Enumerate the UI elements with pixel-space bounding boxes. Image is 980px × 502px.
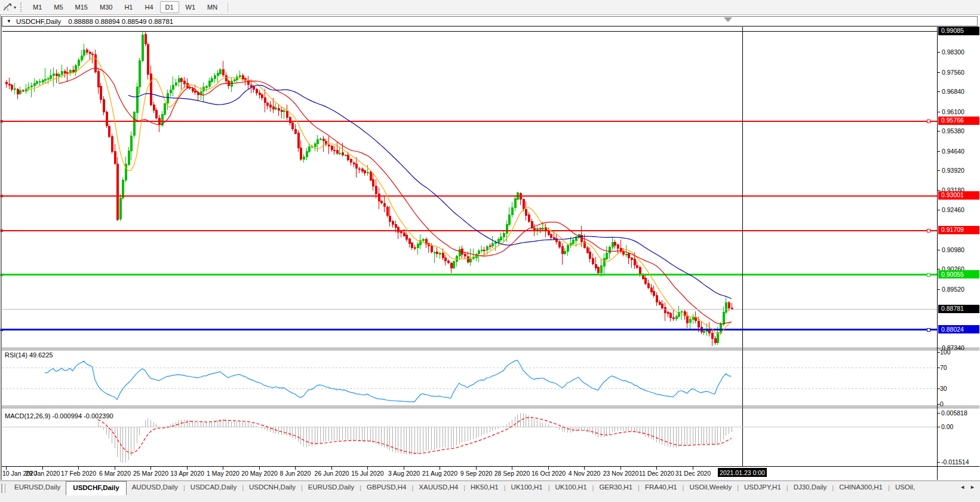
trading-platform-window: ▾ M1M5M15M30H1H4D1W1MN 0.983000.975600.9… xyxy=(0,0,980,502)
chart-tab-usoil-weekly-13[interactable]: USOil,Weekly xyxy=(684,481,737,494)
chart-tab-audusd-daily-2[interactable]: AUDUSD,Daily xyxy=(127,481,183,494)
chart-canvas[interactable]: 0.983000.975600.968400.961000.953800.946… xyxy=(0,0,980,480)
svg-text:MACD(12,26,9) -0.000994 -0.002: MACD(12,26,9) -0.000994 -0.002390 xyxy=(5,412,113,420)
svg-text:20 May 2020: 20 May 2020 xyxy=(241,470,278,477)
svg-text:28 Sep 2020: 28 Sep 2020 xyxy=(494,470,530,477)
svg-text:17 Feb 2020: 17 Feb 2020 xyxy=(61,470,96,477)
rsi-panel: 10070300RSI(14) 49.6225 xyxy=(2,348,951,408)
svg-text:23 Nov 2020: 23 Nov 2020 xyxy=(603,470,639,477)
svg-text:0.94640: 0.94640 xyxy=(942,148,964,155)
svg-text:0.90980: 0.90980 xyxy=(942,246,964,253)
svg-text:100: 100 xyxy=(940,348,951,356)
svg-text:-0.011514: -0.011514 xyxy=(941,458,969,466)
svg-text:0.96840: 0.96840 xyxy=(942,88,964,95)
chart-tab-gbpusd-h4-6[interactable]: GBPUSD,H4 xyxy=(361,481,411,494)
svg-text:0.88781: 0.88781 xyxy=(941,305,964,312)
chart-tab-uk100-h1-9[interactable]: UK100,H1 xyxy=(506,481,548,494)
svg-text:0.89520: 0.89520 xyxy=(942,286,964,293)
chart-tab-eurusd-daily-5[interactable]: EURUSD,Daily xyxy=(303,481,360,494)
collapse-arrow-icon[interactable]: ▼ xyxy=(7,19,11,24)
chart-shift-marker-icon[interactable] xyxy=(724,17,732,22)
svg-text:9 Sep 2020: 9 Sep 2020 xyxy=(460,470,493,477)
chart-tab-usdchf-daily-1[interactable]: USDCHF,Daily xyxy=(66,481,126,495)
chart-tab-ger30-h1-11[interactable]: GER30,H1 xyxy=(594,481,638,494)
svg-text:RSI(14) 49.6225: RSI(14) 49.6225 xyxy=(5,351,53,359)
svg-text:16 Oct 2020: 16 Oct 2020 xyxy=(532,470,566,477)
svg-text:29 Jan 2020: 29 Jan 2020 xyxy=(26,470,60,477)
svg-text:21 Aug 2020: 21 Aug 2020 xyxy=(422,470,457,477)
svg-text:0.96100: 0.96100 xyxy=(942,108,964,115)
chart-tabs: EURUSD,DailyUSDCHF,DailyAUDUSD,Daily|USD… xyxy=(9,481,957,495)
svg-text:0.98300: 0.98300 xyxy=(942,48,964,56)
svg-text:3 Aug 2020: 3 Aug 2020 xyxy=(388,470,420,477)
svg-text:30: 30 xyxy=(940,385,947,392)
svg-text:0.95380: 0.95380 xyxy=(942,127,964,134)
svg-text:31 Dec 2020: 31 Dec 2020 xyxy=(675,470,711,477)
chart-tab-bar: EURUSD,DailyUSDCHF,DailyAUDUSD,Daily|USD… xyxy=(0,480,980,502)
chart-tab-xauusd-h4-7[interactable]: XAUUSD,H4 xyxy=(413,481,463,494)
chart-tab-dj30-daily-15[interactable]: DJ30,Daily xyxy=(788,481,832,494)
chart-tab-fra40-h1-12[interactable]: FRA40,H1 xyxy=(640,481,683,494)
price-axis[interactable]: 0.983000.975600.968400.961000.953800.946… xyxy=(938,27,979,351)
svg-text:0.88024: 0.88024 xyxy=(941,326,964,333)
candlesticks xyxy=(5,31,733,346)
chart-tab-eurusd-daily-0[interactable]: EURUSD,Daily xyxy=(9,481,66,494)
chart-title-bar: ▼ USDCHF,Daily 0.88888 0.88894 0.88549 0… xyxy=(2,16,978,26)
svg-text:26 Jun 2020: 26 Jun 2020 xyxy=(315,470,349,477)
support-resistance-lines[interactable] xyxy=(1,120,937,331)
svg-text:13 Apr 2020: 13 Apr 2020 xyxy=(170,470,204,477)
chart-symbol-title: USDCHF,Daily xyxy=(16,18,61,25)
svg-text:4 Nov 2020: 4 Nov 2020 xyxy=(569,470,601,477)
svg-text:0.91709: 0.91709 xyxy=(941,226,964,233)
tab-scroll-buttons: ◄ ► xyxy=(957,481,980,490)
svg-text:70: 70 xyxy=(940,364,947,371)
macd-panel: 0.0058180.00-0.011514MACD(12,26,9) -0.00… xyxy=(2,409,969,466)
chart-ohlc-values: 0.88888 0.88894 0.88549 0.88781 xyxy=(68,18,173,25)
chart-tab-uk100-h1-10[interactable]: UK100,H1 xyxy=(550,481,592,494)
svg-text:8 Jun 2020: 8 Jun 2020 xyxy=(280,470,311,477)
tab-scroll-right-button[interactable]: ► xyxy=(970,484,975,490)
svg-text:0.93001: 0.93001 xyxy=(941,191,964,198)
svg-text:0.005818: 0.005818 xyxy=(941,409,967,417)
svg-text:0.99085: 0.99085 xyxy=(941,27,964,34)
date-axis[interactable]: 10 Jan 202029 Jan 202017 Feb 20206 Mar 2… xyxy=(2,467,767,477)
svg-text:0.00: 0.00 xyxy=(941,423,954,430)
chart-tab-usdjpy-h1-14[interactable]: USDJPY,H1 xyxy=(739,481,787,494)
svg-text:2021.01.23 0:00: 2021.01.23 0:00 xyxy=(720,469,765,476)
chart-tab-usoil--17[interactable]: USOil, xyxy=(890,481,920,494)
chart-tab-usdcad-daily-3[interactable]: USDCAD,Daily xyxy=(185,481,242,494)
svg-text:25 Mar 2020: 25 Mar 2020 xyxy=(133,470,168,477)
svg-text:6 Mar 2020: 6 Mar 2020 xyxy=(99,470,131,477)
tab-scroll-left-button[interactable]: ◄ xyxy=(960,484,965,490)
chart-tab-hk50-h1-8[interactable]: HK50,H1 xyxy=(465,481,504,494)
svg-text:0.93920: 0.93920 xyxy=(942,167,964,174)
svg-text:0.92460: 0.92460 xyxy=(942,206,964,213)
svg-text:0: 0 xyxy=(940,400,944,408)
tabbar-grip[interactable] xyxy=(1,483,5,493)
svg-text:0.90055: 0.90055 xyxy=(941,271,964,278)
svg-text:0.95766: 0.95766 xyxy=(941,117,964,124)
svg-text:1 May 2020: 1 May 2020 xyxy=(207,470,239,477)
chart-tab-china300-h1-16[interactable]: CHINA300,H1 xyxy=(834,481,888,494)
chart-tab-usdcnh-daily-4[interactable]: USDCNH,Daily xyxy=(244,481,301,494)
svg-text:11 Dec 2020: 11 Dec 2020 xyxy=(639,470,674,477)
crosshair-lines xyxy=(2,27,937,467)
svg-text:0.97560: 0.97560 xyxy=(942,69,964,76)
svg-text:15 Jul 2020: 15 Jul 2020 xyxy=(351,470,383,477)
